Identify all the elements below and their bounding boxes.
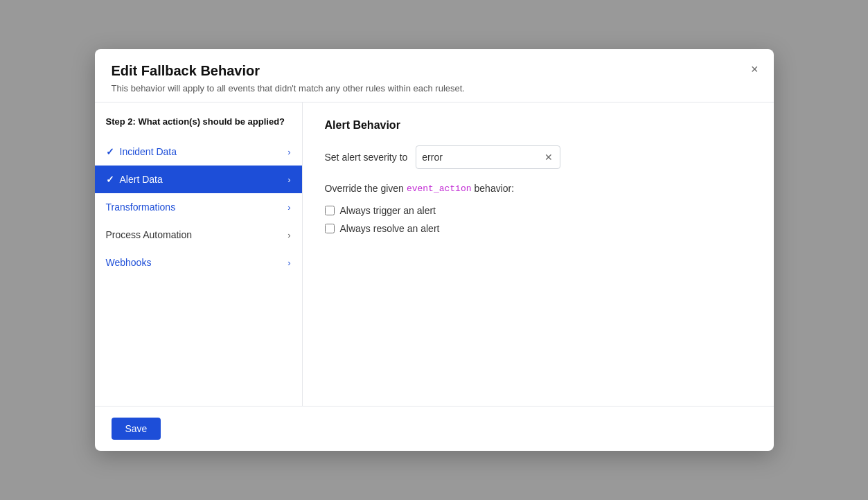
always-resolve-checkbox[interactable] <box>325 224 335 233</box>
severity-field-row: Set alert severity to ✕ <box>325 145 752 169</box>
always-trigger-label: Always trigger an alert <box>340 205 436 216</box>
modal-subtitle: This behavior will apply to all events t… <box>112 83 757 93</box>
always-trigger-row: Always trigger an alert <box>325 205 752 216</box>
chevron-right-icon: › <box>287 258 290 268</box>
sidebar-item-label: Process Automation <box>106 229 193 240</box>
modal-header: Edit Fallback Behavior This behavior wil… <box>95 49 774 102</box>
sidebar-item-label: Transformations <box>106 202 176 213</box>
save-button[interactable]: Save <box>112 418 161 440</box>
sidebar-item-left: ✓ Alert Data <box>106 174 163 185</box>
sidebar-item-left: Webhooks <box>106 257 152 268</box>
override-text-before: Override the given <box>325 183 404 194</box>
always-resolve-row: Always resolve an alert <box>325 223 752 234</box>
chevron-right-icon: › <box>287 175 290 185</box>
modal-title: Edit Fallback Behavior <box>112 63 757 79</box>
check-icon: ✓ <box>106 146 114 157</box>
sidebar-item-label: Alert Data <box>120 174 163 185</box>
severity-input-wrapper: ✕ <box>416 145 560 169</box>
sidebar-item-transformations[interactable]: Transformations › <box>95 193 302 221</box>
sidebar-item-webhooks[interactable]: Webhooks › <box>95 249 302 276</box>
check-icon: ✓ <box>106 174 114 185</box>
modal-body: Step 2: What action(s) should be applied… <box>95 102 774 406</box>
sidebar-item-left: Process Automation <box>106 229 193 240</box>
section-title: Alert Behavior <box>325 119 752 132</box>
modal-footer: Save <box>95 406 774 451</box>
sidebar-item-left: ✓ Incident Data <box>106 146 177 157</box>
sidebar: Step 2: What action(s) should be applied… <box>95 102 303 406</box>
modal: Edit Fallback Behavior This behavior wil… <box>95 49 774 451</box>
always-resolve-label: Always resolve an alert <box>340 223 440 234</box>
clear-severity-button[interactable]: ✕ <box>543 152 554 162</box>
sidebar-item-left: Transformations <box>106 202 176 213</box>
main-content: Alert Behavior Set alert severity to ✕ O… <box>303 102 774 406</box>
close-button[interactable]: × <box>747 60 763 78</box>
sidebar-item-alert-data[interactable]: ✓ Alert Data › <box>95 166 302 193</box>
sidebar-item-label: Incident Data <box>120 146 177 157</box>
override-row: Override the given event_action behavior… <box>325 183 752 194</box>
severity-input[interactable] <box>422 152 543 163</box>
severity-label: Set alert severity to <box>325 152 408 163</box>
sidebar-item-incident-data[interactable]: ✓ Incident Data › <box>95 138 302 166</box>
override-text-after: behavior: <box>475 183 515 194</box>
chevron-right-icon: › <box>287 147 290 157</box>
chevron-right-icon: › <box>287 230 290 240</box>
event-action-code: event_action <box>407 184 472 194</box>
chevron-right-icon: › <box>287 202 290 213</box>
sidebar-item-process-automation: Process Automation › <box>95 221 302 249</box>
sidebar-step-label: Step 2: What action(s) should be applied… <box>95 116 302 138</box>
sidebar-item-label: Webhooks <box>106 257 152 268</box>
always-trigger-checkbox[interactable] <box>325 206 335 215</box>
